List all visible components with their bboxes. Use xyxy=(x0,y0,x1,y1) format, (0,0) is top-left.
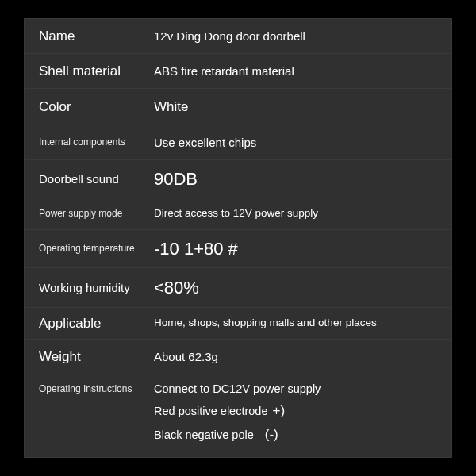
instruction-line-2: Red positive electrode +) xyxy=(154,403,437,419)
row-power: Power supply mode Direct access to 12V p… xyxy=(25,198,451,230)
spec-card: Name 12v Ding Dong door doorbell Shell m… xyxy=(24,18,452,458)
row-internal: Internal components Use excellent chips xyxy=(25,125,451,160)
value-internal: Use excellent chips xyxy=(154,136,437,149)
value-name: 12v Ding Dong door doorbell xyxy=(154,29,437,43)
label-weight: Weight xyxy=(39,349,154,365)
row-name: Name 12v Ding Dong door doorbell xyxy=(25,19,451,54)
row-sound: Doorbell sound 90DB xyxy=(25,160,451,198)
row-weight: Weight About 62.3g xyxy=(25,340,451,374)
row-instructions: Operating Instructions Connect to DC12V … xyxy=(25,374,451,457)
label-applicable: Applicable xyxy=(39,316,154,332)
value-color: White xyxy=(154,99,437,115)
label-color: Color xyxy=(39,99,154,115)
row-temp: Operating temperature -10 1+80 # xyxy=(25,230,451,268)
label-internal: Internal components xyxy=(39,137,154,148)
value-applicable: Home, shops, shopping malls and other pl… xyxy=(154,317,437,329)
value-power: Direct access to 12V power supply xyxy=(154,207,437,220)
label-name: Name xyxy=(39,29,154,44)
row-applicable: Applicable Home, shops, shopping malls a… xyxy=(25,308,451,340)
plus-icon: +) xyxy=(272,403,285,419)
label-instructions: Operating Instructions xyxy=(39,384,154,395)
black-negative-text: Black negative pole xyxy=(154,428,254,441)
label-humidity: Working humidity xyxy=(39,281,154,294)
label-sound: Doorbell sound xyxy=(39,172,154,186)
instruction-line-3: Black negative pole (-) xyxy=(154,427,437,443)
red-positive-text: Red positive electrode xyxy=(154,405,267,417)
label-power: Power supply mode xyxy=(39,209,154,220)
value-weight: About 62.3g xyxy=(154,350,437,363)
label-shell: Shell material xyxy=(39,63,154,79)
instruction-line-1: Connect to DC12V power supply xyxy=(154,382,437,395)
row-color: Color White xyxy=(25,89,451,125)
label-temp: Operating temperature xyxy=(39,244,154,255)
minus-icon: (-) xyxy=(265,427,278,443)
value-shell: ABS fire retardant material xyxy=(154,64,437,78)
value-temp: -10 1+80 # xyxy=(154,239,437,259)
row-humidity: Working humidity <80% xyxy=(25,268,451,308)
instruction-text-1: Connect to DC12V power supply xyxy=(154,382,321,395)
value-instructions: Connect to DC12V power supply Red positi… xyxy=(154,382,437,443)
row-shell: Shell material ABS fire retardant materi… xyxy=(25,54,451,89)
value-sound: 90DB xyxy=(154,169,437,190)
value-humidity: <80% xyxy=(154,278,437,298)
